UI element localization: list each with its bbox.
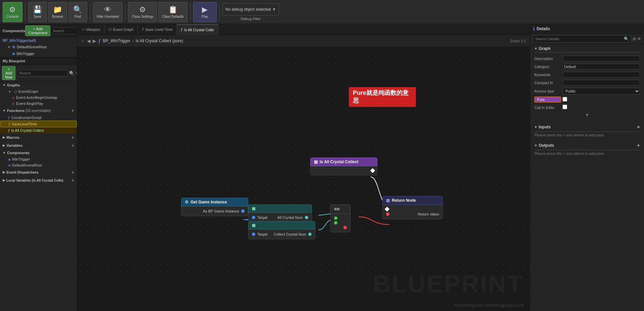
scene-root-label: DefaultSceneRoot bbox=[17, 45, 47, 49]
breadcrumb-func-icon: ƒ bbox=[98, 38, 101, 44]
pure-checkbox[interactable] bbox=[562, 97, 567, 102]
game-instance-out-pin[interactable] bbox=[241, 209, 245, 213]
toolbar-separator-3 bbox=[125, 4, 125, 20]
scene-root-item[interactable]: ▼ ⊕ DefaultSceneRoot bbox=[0, 44, 77, 50]
debug-dropdown-icon: ▼ bbox=[272, 7, 276, 12]
equals-in1-pin[interactable] bbox=[334, 216, 337, 220]
outputs-hint: Please press the + icon above to add par… bbox=[534, 151, 640, 156]
all-crystal-getter-node[interactable]: ▤ Target All Crystal Num bbox=[248, 204, 312, 223]
call-in-editor-checkbox[interactable] bbox=[562, 105, 567, 109]
equals-in2-pin[interactable] bbox=[334, 221, 337, 225]
local-variables-header[interactable]: ▶ Local Variables (Is All Crystal Colle)… bbox=[0, 176, 77, 184]
comp-default-root-item[interactable]: ⊕ DefaultSceneRoot bbox=[0, 162, 77, 168]
event-graph-tab[interactable]: ⬡ Event Graph bbox=[105, 24, 138, 35]
hide-unrelated-button[interactable]: 👁 Hide Unrelated bbox=[93, 2, 123, 22]
return-value-pin[interactable] bbox=[386, 212, 389, 216]
return-value-label: Return Value bbox=[418, 212, 439, 216]
get-game-instance-node[interactable]: ⚙ Get Game Instance As BP Game Instance bbox=[181, 198, 248, 216]
collect-crystal-target-pin[interactable] bbox=[252, 233, 255, 236]
my-blueprint-header: My Blueprint bbox=[0, 57, 77, 65]
add-output-pin-button[interactable]: + bbox=[637, 142, 640, 148]
event-graph-item[interactable]: ▼ ⬡ EventGraph bbox=[0, 88, 77, 95]
add-function-button[interactable]: + bbox=[71, 108, 74, 113]
save-level-time-item[interactable]: ƒ SaveLevelTime bbox=[0, 121, 77, 127]
find-icon: 🔍 bbox=[73, 5, 82, 14]
is-all-crystal-exec-out-pin[interactable] bbox=[370, 168, 375, 173]
tab-bar: □ Viewport ⬡ Event Graph ƒ Save Level Ti… bbox=[77, 24, 530, 35]
add-component-button[interactable]: + Add Component bbox=[25, 25, 50, 36]
is-all-crystal-node[interactable]: ▤ Is All Crystal Collect bbox=[310, 158, 377, 175]
viewport-tab[interactable]: □ Viewport bbox=[78, 24, 105, 35]
class-defaults-button[interactable]: 📋 Class Defaults bbox=[158, 2, 187, 22]
collect-crystal-out-pin[interactable] bbox=[308, 233, 312, 236]
breadcrumb-star-icon[interactable]: ☆ bbox=[81, 39, 85, 43]
add-input-pin-button[interactable]: + bbox=[637, 124, 640, 130]
comp-win-trigger-item[interactable]: ◈ WinTrigger bbox=[0, 156, 77, 162]
breadcrumb-back-icon[interactable]: ◀ bbox=[87, 38, 91, 44]
variables-title: ▶ Variables bbox=[3, 143, 22, 147]
collect-crystal-getter-node[interactable]: ▤ Target Collect Crystal Num bbox=[248, 221, 315, 239]
breadcrumb-bar: ☆ ◀ ▶ ƒ BP_WInTrigger › Is All Crystal C… bbox=[77, 35, 530, 47]
breadcrumb-forward-icon[interactable]: ▶ bbox=[93, 38, 96, 44]
details-grid-view-button[interactable]: ⊞ bbox=[633, 37, 636, 41]
macros-title: ▶ Macros bbox=[3, 135, 19, 139]
variables-section-header[interactable]: ▶ Variables + bbox=[0, 141, 77, 149]
is-all-crystal-tab-icon: ƒ bbox=[181, 28, 183, 32]
keywords-input[interactable] bbox=[562, 72, 640, 78]
is-all-crystal-tab[interactable]: ƒ Is All Crystal Colle bbox=[177, 24, 218, 35]
description-label: Description bbox=[534, 57, 561, 61]
access-spec-select[interactable]: Public Protected Private bbox=[562, 88, 640, 95]
breadcrumb-separator: › bbox=[132, 39, 133, 43]
all-crystal-out-pin[interactable] bbox=[305, 216, 308, 219]
bp-self-label: BP_WInTrigger(self) bbox=[3, 39, 36, 43]
details-eye-button[interactable]: 👁 bbox=[637, 37, 641, 41]
debug-object-selector[interactable]: No debug object selected ▼ bbox=[222, 3, 279, 15]
components-section-header[interactable]: ▼ Components bbox=[0, 149, 77, 156]
compact-input[interactable] bbox=[562, 80, 640, 86]
details-search-icon[interactable]: 🔍 bbox=[624, 37, 629, 41]
add-new-button[interactable]: + Add New bbox=[2, 66, 15, 80]
compile-button[interactable]: ⚙ Compile bbox=[3, 2, 22, 22]
event-dispatchers-header[interactable]: ▶ Event Dispatchers + bbox=[0, 168, 77, 176]
mybp-search-icon[interactable]: 🔍 bbox=[69, 71, 74, 76]
win-trigger-item[interactable]: ◈ WinTrigger bbox=[0, 50, 77, 57]
equals-out-pin[interactable] bbox=[343, 226, 347, 229]
functions-section-header[interactable]: ▼ Functions (15 overridable) + bbox=[0, 107, 77, 115]
save-button[interactable]: 💾 Save bbox=[28, 2, 47, 22]
browse-button[interactable]: 📁 Browse bbox=[48, 2, 67, 22]
game-instance-output-row: As BP Game Instance bbox=[181, 208, 248, 214]
equals-node[interactable]: == bbox=[330, 204, 351, 232]
play-button[interactable]: ▶ Play bbox=[193, 2, 217, 22]
mybp-eye-icon[interactable]: 👁 bbox=[76, 70, 77, 76]
all-crystal-target-label: Target bbox=[257, 215, 268, 220]
category-value bbox=[562, 64, 640, 70]
find-button[interactable]: 🔍 Find bbox=[68, 2, 87, 22]
is-all-crystal-item[interactable]: ƒ Is All Crystal Collect bbox=[0, 127, 77, 133]
macros-section-header[interactable]: ▶ Macros + bbox=[0, 133, 77, 141]
debug-object-label: No debug object selected bbox=[225, 7, 271, 12]
graph-canvas[interactable]: ▤ Is All Crystal Collect ⚙ Get Game Inst… bbox=[77, 47, 530, 311]
description-input[interactable] bbox=[562, 56, 640, 62]
all-crystal-target-pin[interactable] bbox=[252, 216, 255, 219]
return-node[interactable]: ▤ Return Node Return Value bbox=[382, 196, 443, 219]
is-all-crystal-icon: ƒ bbox=[8, 129, 10, 132]
add-dispatcher-button[interactable]: + bbox=[71, 170, 74, 175]
breadcrumb-bp-name: BP_WInTrigger bbox=[103, 39, 130, 43]
add-macro-button[interactable]: + bbox=[71, 135, 74, 140]
add-variable-button[interactable]: + bbox=[71, 143, 74, 148]
bp-self-item[interactable]: BP_WInTrigger(self) bbox=[0, 38, 77, 44]
return-exec-in-pin[interactable] bbox=[385, 207, 389, 211]
mybp-search-input[interactable] bbox=[17, 70, 68, 76]
components-search-input[interactable] bbox=[50, 27, 80, 34]
my-blueprint-title: My Blueprint bbox=[3, 59, 25, 63]
event-begin-item[interactable]: ◇ Event BeginPlay bbox=[0, 101, 77, 107]
event-actor-item[interactable]: ◇ Event ActorBeginOverlap bbox=[0, 95, 77, 101]
graphs-section-header[interactable]: ▼ Graphs bbox=[0, 82, 77, 88]
event-begin-icon: ◇ bbox=[12, 102, 15, 106]
construction-script-item[interactable]: ƒ ConstructionScript bbox=[0, 115, 77, 121]
category-input[interactable] bbox=[562, 64, 640, 70]
details-search-input[interactable] bbox=[535, 37, 623, 41]
save-level-tab[interactable]: ƒ Save Level Time bbox=[138, 24, 177, 35]
add-local-var-button[interactable]: + bbox=[71, 178, 74, 183]
class-settings-button[interactable]: ⚙ Class Settings bbox=[128, 2, 157, 22]
